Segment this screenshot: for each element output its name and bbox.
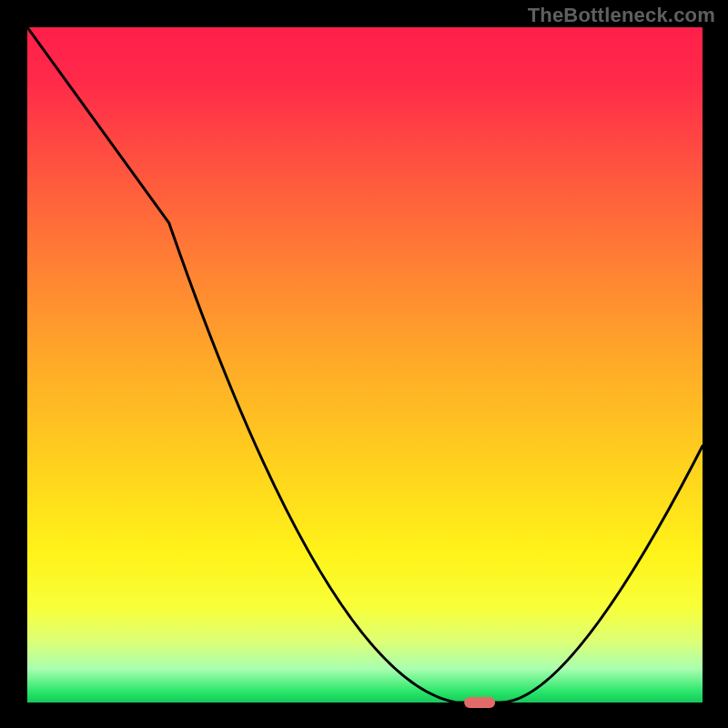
optimal-marker bbox=[464, 697, 495, 708]
watermark-text: TheBottleneck.com bbox=[528, 4, 715, 27]
chart-frame: TheBottleneck.com bbox=[0, 0, 728, 728]
plot-background bbox=[27, 27, 703, 703]
bottleneck-chart bbox=[0, 0, 728, 728]
